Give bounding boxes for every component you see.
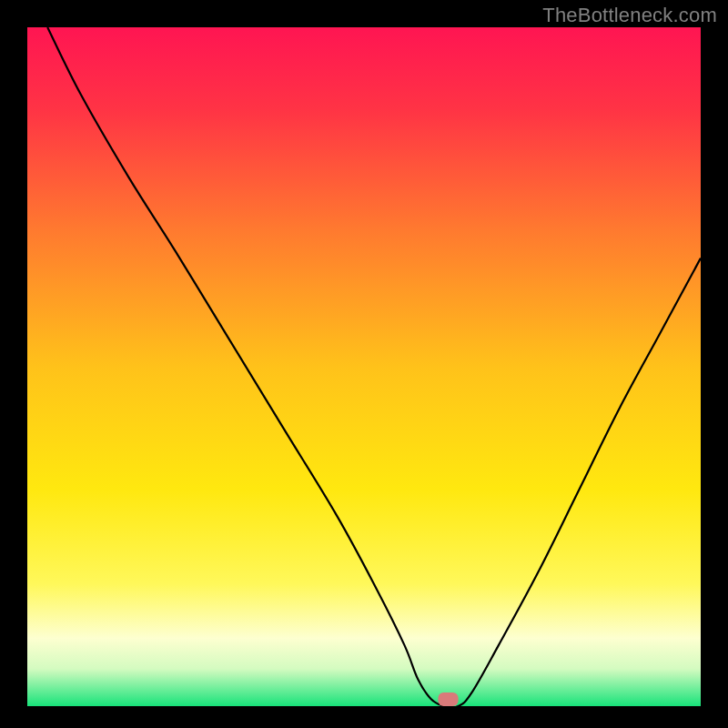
plot-frame (27, 27, 701, 706)
chart-container: TheBottleneck.com (0, 0, 728, 728)
gradient-background (27, 27, 701, 706)
watermark-text: TheBottleneck.com (542, 4, 717, 27)
plot-svg (27, 27, 701, 706)
optimal-marker (438, 693, 458, 706)
